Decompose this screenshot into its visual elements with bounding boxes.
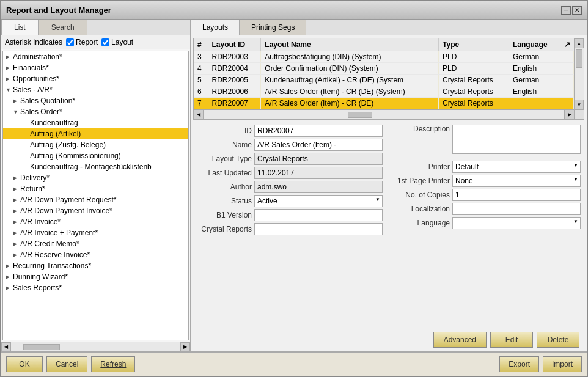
language-select[interactable]: German English [452, 217, 581, 229]
localization-input[interactable] [452, 203, 581, 215]
b1version-label: B1 Version [197, 211, 252, 219]
cancel-button[interactable]: Cancel [46, 356, 87, 372]
col-header-expand[interactable]: ↗ [560, 38, 574, 51]
copies-input[interactable] [452, 189, 581, 201]
crystal-input[interactable] [254, 223, 383, 235]
id-input[interactable] [254, 125, 383, 137]
report-checkbox[interactable] [66, 38, 74, 46]
tree-label: Auftrag (Zusfg. Belege) [30, 141, 106, 149]
tree-item-auftrag-artikel[interactable]: Auftrag (Artikel) [3, 128, 188, 139]
description-textarea[interactable] [452, 125, 581, 154]
copies-label: No. of Copies [395, 191, 450, 199]
scroll-up-btn[interactable]: ▲ [575, 38, 584, 48]
refresh-button[interactable]: Refresh [91, 356, 135, 372]
table-vertical-scrollbar[interactable]: ▲ ▼ [574, 38, 584, 109]
table-horizontal-scrollbar[interactable]: ◀ ▶ [194, 109, 584, 119]
table-row-selected[interactable]: 7 RDR20007 A/R Sales Order (Item) - CR (… [194, 98, 574, 109]
table-row[interactable]: 5 RDR20005 Kundenauftrag (Artikel) - CR … [194, 75, 574, 86]
arrow-icon: ▶ [13, 98, 20, 104]
advanced-button[interactable]: Advanced [433, 332, 487, 348]
field-row-status: Status Active Inactive [197, 195, 383, 207]
tree-item-recurring[interactable]: ▶ Recurring Transactions* [3, 260, 188, 271]
table-row[interactable]: 6 RDR20006 A/R Sales Order (Item) - CR (… [194, 86, 574, 98]
scroll-left-btn[interactable]: ◀ [1, 342, 11, 352]
ok-button[interactable]: OK [6, 356, 43, 372]
arrow-icon: ▶ [13, 241, 20, 247]
arrow-icon: ▶ [13, 252, 20, 258]
field-row-b1version: B1 Version [197, 209, 383, 221]
status-select[interactable]: Active Inactive [254, 195, 383, 207]
table-row[interactable]: 4 RDR20004 Order Confirmation (DIN) (Sys… [194, 63, 574, 75]
tree-item-sales-quotation[interactable]: ▶ Sales Quotation* [3, 95, 188, 106]
tree-label: Sales Order* [20, 108, 62, 116]
tree-item-delivery[interactable]: ▶ Delivery* [3, 172, 188, 183]
tree-item-financials[interactable]: ▶ Financials* [3, 62, 188, 73]
table-row[interactable]: 3 RDR20003 Auftragsbestätigung (DIN) (Sy… [194, 51, 574, 63]
tree-item-administration[interactable]: ▶ Administration* [3, 51, 188, 62]
report-label: Report [76, 38, 98, 46]
layout-checkbox[interactable] [101, 38, 109, 46]
scroll-down-btn[interactable]: ▼ [575, 100, 584, 109]
tree-item-ar-reserve-invoice[interactable]: ▶ A/R Reserve Invoice* [3, 249, 188, 260]
table-scroll-right[interactable]: ▶ [564, 110, 574, 119]
tree-item-return[interactable]: ▶ Return* [3, 183, 188, 194]
delete-button[interactable]: Delete [537, 332, 579, 348]
tree-item-opportunities[interactable]: ▶ Opportunities* [3, 73, 188, 84]
table-scroll-track-h [204, 110, 564, 119]
tree-item-ar-credit-memo[interactable]: ▶ A/R Credit Memo* [3, 238, 188, 249]
cell-lang: English [509, 86, 560, 98]
tab-printing-segs[interactable]: Printing Segs [240, 20, 306, 35]
scroll-track-v [575, 48, 584, 100]
scroll-right-btn[interactable]: ▶ [180, 342, 190, 352]
tree-label: Recurring Transactions* [13, 262, 91, 270]
tree-item-kundenauftrag[interactable]: Kundenauftrag [3, 117, 188, 128]
tree-item-ar-invoice[interactable]: ▶ A/R Invoice* [3, 216, 188, 227]
printer-select[interactable]: Default [452, 161, 581, 173]
table-scroll-thumb-h [348, 112, 372, 118]
tree-label: Delivery* [20, 174, 50, 182]
table-inner: # Layout ID Layout Name Type Language ↗ [194, 38, 584, 109]
title-bar: Report and Layout Manager ─ ✕ [1, 1, 587, 20]
tree-item-sales-reports[interactable]: ▶ Sales Reports* [3, 282, 188, 293]
layouts-table: # Layout ID Layout Name Type Language ↗ [194, 38, 574, 109]
table-scroll-left[interactable]: ◀ [194, 110, 204, 119]
tab-list[interactable]: List [1, 20, 39, 35]
cell-extra [560, 63, 574, 75]
first-page-printer-select[interactable]: None [452, 175, 581, 187]
cell-type: Crystal Reports [439, 98, 509, 109]
tree-item-sales-order[interactable]: ▼ Sales Order* [3, 106, 188, 117]
name-input[interactable] [254, 139, 383, 151]
details-right: Description Printer Default 1st Page [395, 125, 581, 325]
layout-type-input [254, 153, 383, 165]
tab-search[interactable]: Search [39, 20, 87, 35]
arrow-icon: ▶ [6, 263, 13, 269]
right-tab-bar: Layouts Printing Segs [191, 20, 587, 35]
tree-horizontal-scrollbar[interactable]: ◀ ▶ [1, 342, 190, 351]
col-header-language: Language [509, 38, 560, 51]
cell-num: 6 [194, 86, 208, 98]
tree-item-ar-invoice-payment[interactable]: ▶ A/R Invoice + Payment* [3, 227, 188, 238]
export-button[interactable]: Export [499, 356, 539, 372]
tree-label: A/R Down Payment Request* [20, 196, 116, 204]
tab-layouts[interactable]: Layouts [191, 20, 240, 35]
close-button[interactable]: ✕ [572, 6, 582, 15]
edit-button[interactable]: Edit [490, 332, 533, 348]
col-header-type: Type [439, 38, 509, 51]
b1version-input[interactable] [254, 209, 383, 221]
tree-label: Auftrag (Kommissionierung) [30, 152, 121, 160]
import-button[interactable]: Import [543, 356, 582, 372]
tree-item-auftrag-zusfg[interactable]: Auftrag (Zusfg. Belege) [3, 139, 188, 150]
window-title: Report and Layout Manager [6, 5, 111, 15]
tree-container[interactable]: ▶ Administration* ▶ Financials* ▶ Opport… [2, 51, 189, 340]
tree-item-sales-ar[interactable]: ▼ Sales - A/R* [3, 84, 188, 95]
tree-item-dunning[interactable]: ▶ Dunning Wizard* [3, 271, 188, 282]
tree-item-ar-down-payment-req[interactable]: ▶ A/R Down Payment Request* [3, 194, 188, 205]
arrow-icon: ▶ [6, 76, 13, 82]
tree-item-auftrag-kommissionierung[interactable]: Auftrag (Kommissionierung) [3, 150, 188, 161]
cell-type: PLD [439, 63, 509, 75]
description-label: Description [395, 125, 450, 133]
tree-label: Kundenauftrag [30, 119, 78, 127]
minimize-button[interactable]: ─ [561, 6, 571, 15]
tree-item-kundenauftrag-montage[interactable]: Kundenauftrag - Montagestücklistenb [3, 161, 188, 172]
tree-item-ar-down-payment-inv[interactable]: ▶ A/R Down Payment Invoice* [3, 205, 188, 216]
